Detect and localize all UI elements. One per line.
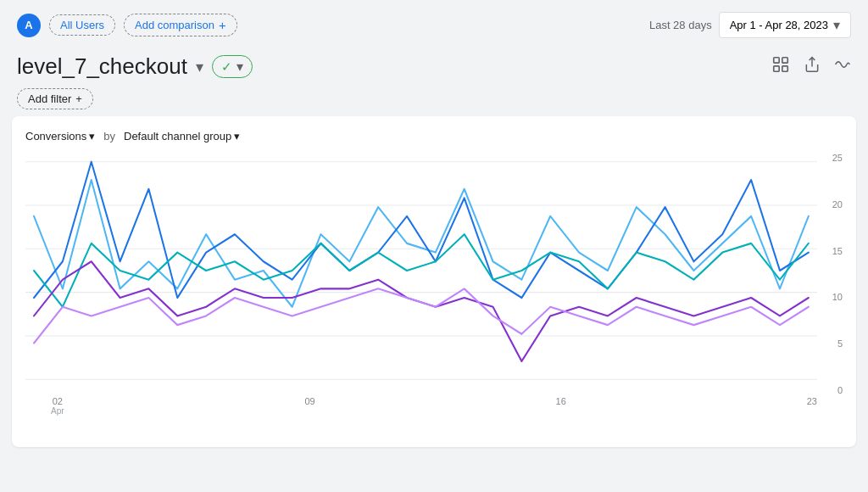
by-text: by: [103, 130, 115, 143]
top-right: Last 28 days Apr 1 - Apr 28, 2023 ▾: [649, 12, 851, 38]
x-label-16: 16: [556, 396, 566, 416]
status-badge[interactable]: ✓ ▾: [212, 55, 253, 78]
status-check-icon: ✓: [221, 59, 232, 75]
dimension-chevron-icon: ▾: [234, 130, 240, 143]
report-icon[interactable]: [771, 55, 790, 78]
chart-container: Conversions ▾ by Default channel group ▾…: [12, 116, 856, 447]
status-chevron-icon: ▾: [236, 59, 243, 75]
plus-icon: +: [219, 18, 226, 32]
svg-rect-2: [774, 66, 779, 71]
second-left: level_7_checkout ▾ ✓ ▾: [17, 53, 253, 80]
date-range-label: Apr 1 - Apr 28, 2023: [730, 19, 828, 31]
segment-label: All Users: [60, 19, 104, 31]
second-right: [771, 55, 851, 78]
insights-icon[interactable]: [834, 56, 851, 77]
x-label-23: 23: [807, 396, 817, 416]
top-bar: A All Users Add comparison + Last 28 day…: [0, 0, 868, 47]
filter-plus-icon: +: [75, 92, 82, 105]
x-axis: 02 Apr 09 16 23: [51, 396, 817, 416]
svg-rect-0: [774, 58, 779, 63]
y-axis: 25 20 15 10 5 0: [819, 153, 843, 416]
add-comparison-label: Add comparison: [135, 19, 214, 31]
filter-label: Add filter: [28, 92, 71, 105]
x-label-02: 02 Apr: [51, 396, 64, 416]
dimension-dropdown[interactable]: Default channel group ▾: [124, 130, 240, 143]
second-bar: level_7_checkout ▾ ✓ ▾: [0, 47, 868, 85]
chart-svg: [25, 153, 843, 416]
svg-rect-3: [782, 66, 787, 71]
chart-header: Conversions ▾ by Default channel group ▾: [25, 130, 843, 143]
page-title: level_7_checkout: [17, 53, 187, 80]
avatar-initial: A: [25, 19, 32, 31]
last-period-label: Last 28 days: [649, 19, 712, 31]
add-comparison-button[interactable]: Add comparison +: [124, 14, 237, 36]
chevron-down-icon: ▾: [833, 17, 840, 33]
user-avatar[interactable]: A: [17, 14, 41, 37]
top-left: A All Users Add comparison +: [17, 14, 237, 37]
add-filter-button[interactable]: Add filter +: [17, 88, 93, 109]
chart-area: 25 20 15 10 5 0 02 Apr 09 16 23: [25, 153, 843, 416]
filter-bar: Add filter +: [0, 85, 868, 116]
dimension-label: Default channel group: [124, 130, 231, 143]
title-dropdown-icon[interactable]: ▾: [196, 58, 203, 76]
x-label-09: 09: [304, 396, 314, 416]
share-icon[interactable]: [804, 56, 821, 77]
all-users-button[interactable]: All Users: [49, 14, 115, 36]
metric-label: Conversions: [25, 130, 86, 143]
metric-dropdown[interactable]: Conversions ▾: [25, 130, 95, 143]
metric-chevron-icon: ▾: [89, 130, 95, 143]
date-range-button[interactable]: Apr 1 - Apr 28, 2023 ▾: [719, 12, 851, 38]
svg-rect-1: [782, 58, 787, 63]
